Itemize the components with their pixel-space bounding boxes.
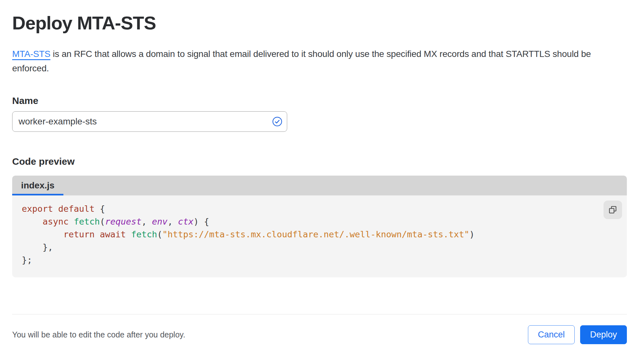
tab-index-js[interactable]: index.js (12, 176, 63, 195)
description-text: is an RFC that allows a domain to signal… (12, 49, 591, 73)
code-line: async fetch(request, env, ctx) { (22, 215, 627, 228)
code-token-punct: ( (100, 217, 105, 226)
code-token-function: fetch (74, 217, 100, 226)
name-input-wrap (12, 111, 287, 132)
code-tab-bar: index.js (12, 176, 627, 195)
code-preview-label: Code preview (12, 156, 627, 167)
code-editor: export default { async fetch(request, en… (12, 195, 627, 277)
name-label: Name (12, 95, 627, 106)
code-token-param: request (105, 217, 142, 226)
code-token-param: env (152, 217, 167, 226)
code-token-punct: }; (22, 255, 32, 265)
code-token-punct: , (167, 217, 178, 226)
code-token-punct: }, (22, 242, 53, 252)
code-line: }, (22, 241, 627, 254)
code-token-punct: ) { (194, 217, 209, 226)
code-line: return await fetch("https://mta-sts.mx.c… (22, 228, 627, 241)
code-content: export default { async fetch(request, en… (22, 202, 627, 266)
deploy-mta-sts-page: Deploy MTA-STS MTA-STS is an RFC that al… (0, 12, 640, 364)
footer-divider (12, 314, 627, 314)
description: MTA-STS is an RFC that allows a domain t… (12, 47, 622, 75)
code-token-punct: , (142, 217, 152, 226)
code-token-keyword: async (43, 217, 74, 226)
code-token-punct: ( (157, 229, 162, 239)
code-token-string: "https://mta-sts.mx.cloudflare.net/.well… (162, 229, 469, 239)
code-token-punct (22, 217, 43, 226)
code-token-punct: { (100, 204, 105, 214)
cancel-button[interactable]: Cancel (528, 325, 575, 344)
code-token-function: fetch (131, 229, 157, 239)
code-line: export default { (22, 202, 627, 215)
code-line: }; (22, 254, 627, 266)
tab-label: index.js (21, 180, 54, 191)
page-title: Deploy MTA-STS (12, 12, 627, 35)
code-preview-card: index.js export default { async fetch(re… (12, 176, 627, 277)
footer: You will be able to edit the code after … (12, 325, 627, 344)
code-token-param: ctx (178, 217, 194, 226)
code-token-keyword: export default (22, 204, 100, 214)
code-token-punct: ) (469, 229, 474, 239)
footer-actions: Cancel Deploy (528, 325, 627, 344)
code-token-keyword: return await (63, 229, 131, 239)
name-input[interactable] (12, 111, 287, 132)
check-circle-icon (272, 116, 282, 127)
footer-note: You will be able to edit the code after … (12, 330, 185, 339)
mta-sts-link[interactable]: MTA-STS (12, 49, 50, 59)
deploy-button[interactable]: Deploy (580, 325, 627, 344)
copy-button[interactable] (604, 201, 622, 219)
code-token-punct (22, 229, 63, 239)
copy-icon (608, 205, 618, 215)
